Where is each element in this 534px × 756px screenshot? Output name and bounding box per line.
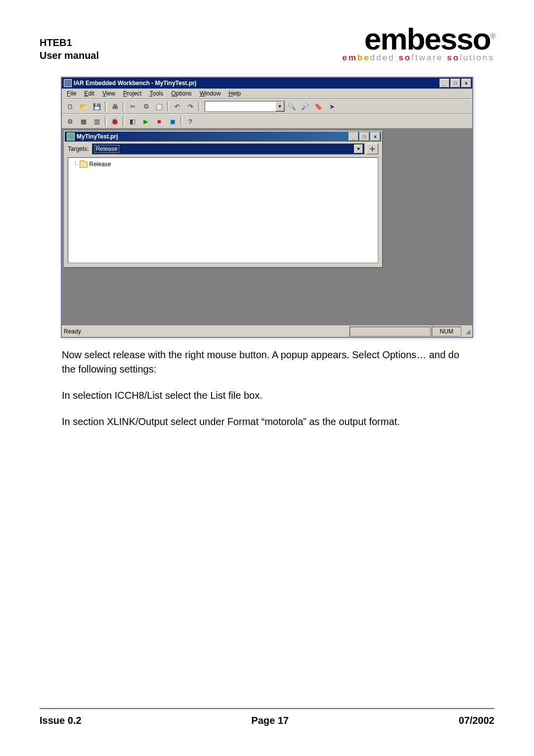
project-icon xyxy=(67,133,75,141)
child-minimize-button[interactable]: _ xyxy=(349,132,358,141)
logo-reg-icon: ® xyxy=(490,32,494,40)
doc-header: HTEB1 User manual xyxy=(40,36,99,62)
paragraph-3: In section XLINK/Output select under For… xyxy=(62,415,472,429)
status-numlock: NUM xyxy=(432,327,461,336)
tree-branch-icon: └ xyxy=(73,161,78,168)
build-icon[interactable]: ▥ xyxy=(90,115,103,127)
titlebar: IAR Embedded Workbench - MyTinyTest.prj … xyxy=(62,78,472,89)
status-ready: Ready xyxy=(64,328,321,335)
body-text: Now select release with the right mouse … xyxy=(62,348,472,429)
goto-icon[interactable]: ➤ xyxy=(325,100,338,112)
save-icon[interactable]: 💾 xyxy=(90,100,103,112)
svg-rect-1 xyxy=(370,148,375,149)
menu-file[interactable]: File xyxy=(64,90,79,97)
toggle-breakpoint-icon[interactable]: ◧ xyxy=(126,115,139,127)
footer-left: Issue 0.2 xyxy=(40,715,82,726)
project-tree[interactable]: └ Release xyxy=(68,157,378,263)
tree-item-label: Release xyxy=(89,161,111,168)
toolbar-1: 🗋 📂 💾 🖶 ✂ ⧉ 📋 ↶ ↷ ▼ 🔍 🔎 🔖 ➤ xyxy=(62,99,472,114)
footer-right: 07/2002 xyxy=(459,715,494,726)
stop-icon[interactable]: ■ xyxy=(153,115,166,127)
targets-combo[interactable]: Release ▼ xyxy=(92,143,364,154)
menu-window[interactable]: Window xyxy=(197,90,224,97)
doc-title-2: User manual xyxy=(40,49,99,62)
app-icon xyxy=(64,79,72,87)
menu-options[interactable]: Options xyxy=(168,90,194,97)
statusbar: Ready NUM ◢ xyxy=(62,326,472,337)
tree-item-release[interactable]: └ Release xyxy=(73,161,373,168)
redo-icon[interactable]: ↷ xyxy=(184,100,197,112)
footer: Issue 0.2 Page 17 07/2002 xyxy=(40,708,494,726)
open-icon[interactable]: 📂 xyxy=(77,100,90,112)
paragraph-1: Now select release with the right mouse … xyxy=(62,348,472,377)
paste-icon[interactable]: 📋 xyxy=(153,100,166,112)
go-icon[interactable]: ▶ xyxy=(139,115,152,127)
maximize-button[interactable]: □ xyxy=(450,79,460,88)
footer-center: Page 17 xyxy=(251,715,289,726)
reset-icon[interactable]: ◼ xyxy=(166,115,179,127)
project-window: MyTinyTest.prj _ □ × Targets: Release ▼ xyxy=(64,131,382,267)
logo-main-text: embesso xyxy=(364,22,490,56)
print-icon[interactable]: 🖶 xyxy=(108,100,121,112)
menu-help[interactable]: Help xyxy=(225,90,244,97)
close-button[interactable]: × xyxy=(461,79,471,88)
cut-icon[interactable]: ✂ xyxy=(126,100,139,112)
new-icon[interactable]: 🗋 xyxy=(64,100,77,112)
targets-selected: Release xyxy=(94,145,119,153)
app-window: IAR Embedded Workbench - MyTinyTest.prj … xyxy=(61,77,473,338)
find-next-icon[interactable]: 🔎 xyxy=(299,100,312,112)
project-window-titlebar: MyTinyTest.prj _ □ × xyxy=(65,132,381,142)
chevron-down-icon[interactable]: ▼ xyxy=(275,101,284,111)
child-close-button[interactable]: × xyxy=(370,132,380,141)
child-maximize-button[interactable]: □ xyxy=(359,132,369,141)
plus-icon xyxy=(369,145,376,152)
doc-title-1: HTEB1 xyxy=(40,36,99,49)
project-window-title: MyTinyTest.prj xyxy=(77,133,118,140)
help-icon[interactable]: ? xyxy=(184,115,197,127)
debug-icon[interactable]: 🐞 xyxy=(108,115,121,127)
menu-view[interactable]: View xyxy=(99,90,118,97)
make-icon[interactable]: ▦ xyxy=(77,115,90,127)
copy-icon[interactable]: ⧉ xyxy=(139,100,152,112)
targets-label: Targets: xyxy=(68,145,89,152)
find-combo[interactable]: ▼ xyxy=(205,101,285,112)
chevron-down-icon[interactable]: ▼ xyxy=(354,144,363,153)
menu-project[interactable]: Project xyxy=(120,90,144,97)
menu-edit[interactable]: Edit xyxy=(81,90,97,97)
logo: embesso® embedded software solutions xyxy=(342,25,494,62)
resize-grip-icon[interactable]: ◢ xyxy=(461,328,470,335)
mdi-client: MyTinyTest.prj _ □ × Targets: Release ▼ xyxy=(62,129,472,326)
add-target-button[interactable] xyxy=(366,143,378,154)
bookmark-icon[interactable]: 🔖 xyxy=(312,100,325,112)
logo-subtitle: embedded software solutions xyxy=(342,54,494,62)
compile-icon[interactable]: ⚙ xyxy=(64,115,77,127)
menubar: File Edit View Project Tools Options Win… xyxy=(62,89,472,99)
status-cell-empty xyxy=(350,327,431,336)
undo-icon[interactable]: ↶ xyxy=(171,100,183,112)
menu-tools[interactable]: Tools xyxy=(146,90,166,97)
folder-icon xyxy=(80,161,88,168)
find-icon[interactable]: 🔍 xyxy=(285,100,298,112)
toolbar-2: ⚙ ▦ ▥ 🐞 ◧ ▶ ■ ◼ ? xyxy=(62,114,472,129)
window-title: IAR Embedded Workbench - MyTinyTest.prj xyxy=(74,80,196,87)
paragraph-2: In selection ICCH8/List select the List … xyxy=(62,388,472,403)
minimize-button[interactable]: _ xyxy=(440,79,449,88)
